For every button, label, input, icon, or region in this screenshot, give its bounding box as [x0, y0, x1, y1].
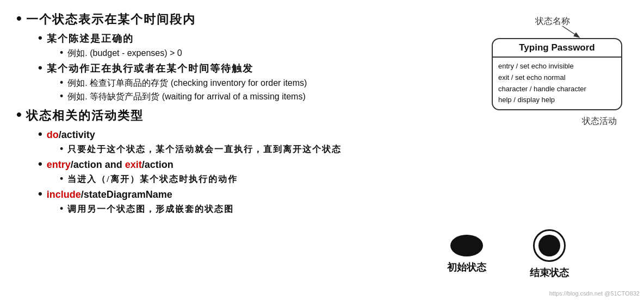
entry-suffix: /action and — [71, 159, 125, 170]
bullet-2-2-text: entry/action and exit/action — [47, 159, 174, 171]
bullet-2-3-1-text: 调用另一个状态图，形成嵌套的状态图 — [67, 204, 234, 215]
bullet-2-1-text: do/activity — [47, 129, 95, 141]
include-red: include — [47, 189, 81, 200]
do-suffix: /activity — [59, 129, 95, 140]
bullet-2-3: include/stateDiagramName — [38, 187, 633, 201]
bullet-2-text: 状态相关的活动类型 — [26, 108, 144, 124]
do-red: do — [47, 129, 59, 140]
bullet-2-3-1: 调用另一个状态图，形成嵌套的状态图 — [60, 203, 633, 215]
bullet-1-2-1-text: 例如. 检查订单商品的存货 (checking inventory for or… — [67, 78, 307, 89]
bullet-2-2: entry/action and exit/action — [38, 157, 633, 171]
bullet-1-2-2-text: 例如. 等待缺货产品到货 (waiting for arrival of a m… — [67, 91, 305, 103]
bullet-2-2-1: 当进入（/离开）某个状态时执行的动作 — [60, 173, 633, 185]
bullet-1-1-1-text: 例如. (budget - expenses) > 0 — [67, 48, 182, 59]
end-state-label: 结束状态 — [530, 266, 569, 279]
diagram-area: 初始状态 结束状态 — [372, 229, 644, 279]
include-suffix: /stateDiagramName — [81, 189, 172, 200]
state-activity-4: help / display help — [498, 95, 616, 106]
bullet-2-3-text: include/stateDiagramName — [47, 189, 172, 200]
bullet-1-text: 一个状态表示在某个时间段内 — [26, 11, 196, 28]
state-activity-2: exit / set echo normal — [498, 72, 616, 84]
bullet-1-1-text: 某个陈述是正确的 — [47, 32, 134, 45]
state-activity-label: 状态活动 — [492, 116, 622, 127]
main-content: 一个状态表示在某个时间段内 某个陈述是正确的 例如. (budget - exp… — [0, 0, 644, 301]
exit-red: exit — [125, 159, 142, 170]
bullet-2-1-1-text: 只要处于这个状态，某个活动就会一直执行，直到离开这个状态 — [67, 144, 342, 155]
bullet-2-1: do/activity — [38, 127, 633, 141]
state-box-container: 状态名称 Typing Password entry / set echo in… — [492, 16, 622, 127]
state-activity-3: character / handle character — [498, 84, 616, 95]
state-box-body: entry / set echo invisible exit / set ec… — [493, 58, 621, 109]
state-box-wrapper: Typing Password entry / set echo invisib… — [492, 38, 622, 110]
initial-state-circle — [450, 235, 483, 256]
initial-state-label: 初始状态 — [447, 261, 486, 274]
watermark: https://blog.csdn.net @51CTO832 — [549, 290, 640, 297]
state-name-arrow-line — [562, 26, 579, 37]
state-box: Typing Password entry / set echo invisib… — [492, 38, 622, 110]
bullet-2-2-1-text: 当进入（/离开）某个状态时执行的动作 — [67, 174, 237, 185]
end-state-item: 结束状态 — [530, 229, 569, 279]
state-name-label: 状态名称 — [535, 16, 570, 26]
exit-suffix: /action — [142, 159, 174, 170]
bullet-1-2-text: 某个动作正在执行或者在某个时间等待触发 — [47, 62, 253, 75]
end-state-outer-circle — [533, 229, 566, 262]
state-name-arrow: 状态名称 — [535, 16, 600, 43]
initial-state-item: 初始状态 — [447, 235, 486, 274]
entry-red: entry — [47, 159, 71, 170]
end-state-inner-circle — [538, 235, 560, 256]
state-activity-1: entry / set echo invisible — [498, 61, 616, 72]
bullet-2-1-1: 只要处于这个状态，某个活动就会一直执行，直到离开这个状态 — [60, 143, 633, 155]
